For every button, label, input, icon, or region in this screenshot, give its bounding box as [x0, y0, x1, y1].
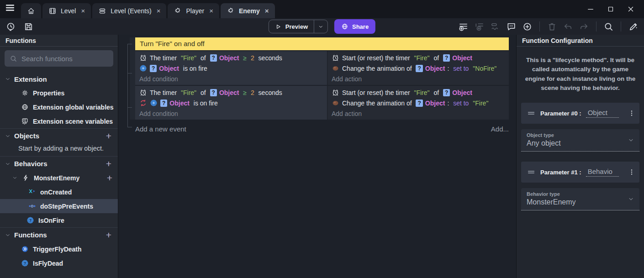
- section-functions[interactable]: Functions+: [0, 227, 118, 242]
- search-icon[interactable]: [603, 21, 614, 32]
- event-comment[interactable]: Turn "Fire" on and off: [135, 37, 509, 50]
- toolbar-right: [458, 21, 644, 32]
- edit-extension-icon[interactable]: [628, 21, 639, 32]
- close-icon[interactable]: ×: [80, 7, 85, 15]
- close-icon[interactable]: ×: [208, 7, 213, 15]
- search-input[interactable]: [21, 55, 112, 63]
- history-icon[interactable]: [5, 21, 16, 32]
- condition-line[interactable]: ?Object is on fire: [135, 63, 327, 73]
- close-button[interactable]: [627, 5, 635, 13]
- tab-label: Level (Events): [111, 7, 151, 15]
- share-label: Share: [352, 23, 369, 30]
- maximize-button[interactable]: [607, 5, 615, 13]
- undo-icon[interactable]: [563, 21, 573, 32]
- token-plain: of: [433, 89, 441, 96]
- preview-label: Preview: [285, 23, 308, 30]
- svg-text:?: ?: [29, 218, 32, 223]
- lifecycle-on-created-icon: [28, 188, 36, 196]
- tree-item-dosteppreevents[interactable]: doStepPreEvents: [0, 199, 118, 213]
- parameter-name-field[interactable]: Behavio: [586, 168, 619, 177]
- close-icon[interactable]: ×: [156, 7, 161, 15]
- condition-line[interactable]: ?Object is on fire: [135, 98, 327, 108]
- share-button[interactable]: Share: [334, 19, 375, 34]
- section-label: Functions: [14, 231, 47, 239]
- add-other-event-icon[interactable]: [490, 21, 501, 32]
- preview-dropdown-button[interactable]: [314, 20, 327, 33]
- item-label: Extension global variables: [33, 104, 114, 111]
- add-new-event-link[interactable]: Add a new event: [135, 125, 186, 133]
- tab-home[interactable]: [21, 3, 41, 18]
- add-more-link[interactable]: Add...: [491, 125, 509, 133]
- kebab-menu-icon[interactable]: [628, 168, 636, 176]
- preview-button[interactable]: Preview: [269, 20, 328, 33]
- trash-icon[interactable]: [547, 21, 557, 32]
- parameter-row-1[interactable]: Parameter #1 :Behavio: [521, 162, 639, 183]
- actions-column: Start (or reset) the timer "Fire" of ?Ob…: [327, 51, 509, 85]
- tree-item-extension-global-variables[interactable]: Extension global variables: [0, 100, 118, 114]
- object-param-badge: ?: [150, 65, 157, 72]
- chevron-down-icon: [5, 232, 11, 238]
- tree-item-extension-scene-variables[interactable]: Extension scene variables: [0, 114, 118, 128]
- add-button[interactable]: +: [105, 173, 114, 183]
- token-str: "Fire": [414, 54, 431, 62]
- token-plain: is on fire: [192, 100, 218, 107]
- condition-line[interactable]: The timer "Fire" of ?Object ≥ 2 seconds: [135, 52, 327, 63]
- action-line[interactable]: Start (or reset) the timer "Fire" of ?Ob…: [327, 52, 509, 63]
- add-button[interactable]: +: [104, 231, 113, 240]
- add-circle-icon[interactable]: [522, 21, 533, 32]
- actions-column: Start (or reset) the timer "Fire" of ?Ob…: [327, 86, 509, 120]
- add-condition-link[interactable]: Add condition: [135, 73, 327, 84]
- parameter-type-select-1[interactable]: Behavior typeMonsterEnemy: [521, 188, 639, 210]
- token-plain: of: [201, 89, 208, 96]
- tree-item-isflydead[interactable]: ?IsFlyDead: [0, 256, 118, 270]
- add-action-link[interactable]: Add action: [327, 108, 509, 119]
- tab-player[interactable]: Player×: [168, 3, 219, 18]
- add-sub-event-icon[interactable]: [474, 21, 485, 32]
- add-comment-icon[interactable]: [506, 21, 517, 32]
- minimize-button[interactable]: [586, 5, 595, 13]
- redo-icon[interactable]: [579, 21, 589, 32]
- add-action-link[interactable]: Add action: [327, 73, 509, 84]
- parameter-row-0[interactable]: Parameter #0 :Object: [521, 103, 639, 124]
- tab-enemy[interactable]: Enemy×: [221, 3, 275, 18]
- add-condition-link[interactable]: Add condition: [135, 108, 327, 119]
- close-icon[interactable]: ×: [264, 7, 269, 15]
- parameter-name-field[interactable]: Object: [586, 109, 619, 118]
- token-op: ≥: [241, 89, 248, 96]
- section-objects[interactable]: Objects+: [0, 128, 118, 143]
- section-extension[interactable]: Extension: [0, 72, 118, 86]
- parameter-type-select-0[interactable]: Object typeAny object: [521, 129, 639, 152]
- select-label: Behavior type: [527, 191, 634, 197]
- tree-item-oncreated[interactable]: onCreated: [0, 185, 118, 199]
- section-behaviors[interactable]: Behaviors+: [0, 156, 118, 171]
- tree-guide-stub: [127, 44, 132, 44]
- action-line[interactable]: Start (or reset) the timer "Fire" of ?Ob…: [327, 87, 509, 98]
- tree-item-triggerflydeath[interactable]: TriggerFlyDeath: [0, 242, 118, 256]
- tab-level[interactable]: Level×: [42, 3, 91, 18]
- item-label: IsFlyDead: [33, 260, 63, 267]
- search-box[interactable]: [5, 50, 113, 67]
- action-line[interactable]: Change the animation of ?Object: set to …: [327, 63, 509, 73]
- condition-line[interactable]: The timer "Fire" of ?Object ≥ 2 seconds: [135, 87, 327, 98]
- empty-state-note: Start by adding a new object.: [0, 143, 118, 156]
- save-icon[interactable]: [23, 21, 34, 32]
- invert-icon: [139, 99, 147, 107]
- token-str: "NoFire": [473, 65, 496, 72]
- add-button[interactable]: +: [104, 159, 113, 168]
- token-plain: The timer: [150, 89, 179, 96]
- preview-main[interactable]: Preview: [269, 20, 314, 33]
- add-event-icon[interactable]: [458, 21, 469, 32]
- animation-icon: [332, 99, 339, 107]
- menu-icon[interactable]: [5, 2, 16, 13]
- parameter-label: Parameter #0 :: [540, 110, 581, 117]
- section-label: Behaviors: [14, 160, 48, 168]
- tree-item-properties[interactable]: Properties: [0, 86, 118, 100]
- add-button[interactable]: +: [104, 131, 113, 141]
- condition-gear-icon: ?: [26, 216, 34, 224]
- sidebar-title: Functions: [0, 35, 118, 47]
- tree-item-monsterenemy[interactable]: MonsterEnemy+: [0, 171, 118, 185]
- tab-level-events[interactable]: Level (Events)×: [92, 3, 166, 18]
- action-line[interactable]: Change the animation of ?Object: set to …: [327, 98, 509, 108]
- tree-item-isonfire[interactable]: ?IsOnFire: [0, 213, 118, 227]
- kebab-menu-icon[interactable]: [628, 109, 636, 117]
